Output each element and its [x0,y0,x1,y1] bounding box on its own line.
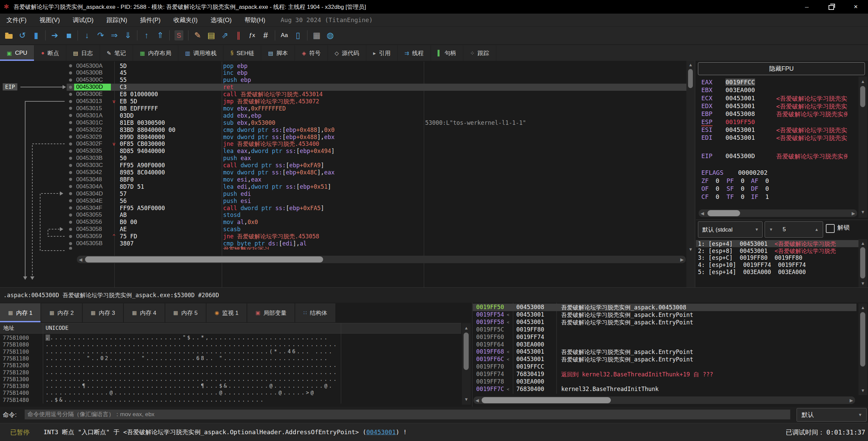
breakpoint-cell[interactable] [67,235,74,238]
tab-dump2[interactable]: ▦内存 2 [41,303,82,322]
scroll-thumb[interactable] [707,210,740,216]
dump-row[interactable]: 775B1080................................… [0,341,461,348]
register-value[interactable]: 00453001 [725,102,755,109]
profile-dropdown[interactable]: 默认 ▼ [797,408,867,422]
unlock-checkbox[interactable] [826,224,835,233]
disasm-row[interactable]: 0045300B45inc ebp [67,69,686,77]
dump-row[interactable]: 775B1380........¶.......................… [0,383,461,390]
stack-row[interactable]: 0019FF64003EA000 [473,341,856,349]
stack-row[interactable]: 0019FF6C<00453001吾爱破解论坛学习脱壳实例_aspack.Ent… [473,356,856,363]
scroll-up-arrow[interactable]: ▲ [858,305,867,310]
check-updates-button[interactable]: ◍ [324,29,336,42]
stack-row[interactable]: 0019FF78003EA000 [473,378,856,386]
argument-row[interactable]: 3: [esp+C] 0019FF80 0019FF80 [696,254,858,261]
stack-hscrollbar[interactable]: ◀ ▶ [473,396,855,404]
menu-item-plugins[interactable]: 插件(P) [134,14,167,26]
tab-log[interactable]: ▤日志 [66,45,100,61]
argument-row[interactable]: 2: [esp+8] 00453001 <吾爱破解论坛学习脱壳 [696,247,858,254]
arg-count-stepper[interactable]: ▼ 5 ▲ [765,221,823,238]
memory-dump-panel[interactable]: ▦内存 1▦内存 2▦内存 3▦内存 4▦内存 5◉监视 1▣局部变量∷结构体 … [0,303,472,407]
register-value[interactable]: 00453001 [725,126,755,133]
scroll-up-arrow[interactable]: ▲ [462,325,471,330]
step-into-button[interactable]: ↓ [81,29,93,42]
breakpoint-cell[interactable] [67,71,74,74]
dump-row[interactable]: 775B1000.............................."$… [0,335,461,341]
menu-item-trace[interactable]: 跟踪(N) [100,14,134,26]
scroll-down-arrow[interactable]: ▼ [686,247,695,252]
disasm-row[interactable]: 00453058AEscasb [67,226,686,233]
tab-memory-map[interactable]: ▦内存布局 [133,45,178,61]
tab-dump3[interactable]: ▦内存 3 [83,303,124,322]
tab-seh-chain[interactable]: §SEH链 [223,45,261,61]
tab-symbols[interactable]: ◈符号 [295,45,328,61]
highlight-button[interactable]: ⇗ [219,29,231,42]
breakpoint-cell[interactable] [67,185,74,188]
tab-threads[interactable]: ⇉线程 [398,45,431,61]
disasm-row[interactable]: 0045305B3807cmp byte ptr ds:[edi],al [67,240,686,247]
disassembly-view[interactable]: EIP 0045300A5Dpop ebp0045300B45inc ebp00… [0,61,695,287]
tab-breakpoints[interactable]: ●断点 [34,45,66,61]
step-over-button[interactable]: ↷ [95,29,107,42]
disasm-row[interactable]: 0045300C55push ebp [67,77,686,84]
breakpoint-cell[interactable] [67,199,74,202]
breakpoint-cell[interactable] [67,228,74,231]
calculator-button[interactable]: ▦ [311,29,323,42]
breakpoint-cell[interactable] [67,192,74,195]
breakpoint-cell[interactable] [67,206,74,209]
scroll-down-arrow[interactable]: ▼ [858,388,867,393]
breakpoint-cell[interactable] [67,86,74,89]
register-value[interactable]: 00453008 [725,110,755,117]
preferences-font-button[interactable]: Aa [278,29,290,42]
flag-value[interactable]: 1 [765,193,769,200]
argument-row[interactable]: 5: [esp+14] 003EA000 003EA000 [696,269,858,276]
breakpoint-cell[interactable] [67,164,74,167]
disasm-row[interactable]: 0045300A5Dpop ebp [67,62,686,69]
register-row-edx[interactable]: EDX00453001<吾爱破解论坛学习脱壳实例 [696,102,858,110]
trace-record-button[interactable]: ⇑ [154,29,166,42]
scroll-left-arrow[interactable]: ◀ [474,396,480,404]
stepper-up-icon[interactable]: ▲ [815,227,819,232]
breakpoint-cell[interactable] [67,150,74,153]
minimize-button[interactable]: ─ [795,0,819,14]
tab-dump4[interactable]: ▦内存 4 [124,303,165,322]
convention-dropdown[interactable]: 默认 (stdcal ▼ [698,221,763,238]
scroll-left-arrow[interactable]: ◀ [78,256,84,263]
scroll-thumb[interactable] [860,86,865,107]
dump-row[interactable]: 775B1300................................… [0,376,461,383]
disasm-row[interactable]: 00453059^75 FDjne 吾爱破解论坛学习脱壳.453058 [67,233,686,240]
dump-row[interactable]: 775B1400..............@.................… [0,390,461,396]
tab-script[interactable]: ▤脚本 [261,45,295,61]
disasm-row[interactable]: 004530428985 8C040000mov dword ptr ss:[e… [67,169,686,176]
argument-row[interactable]: 1: [esp+4] 00453001 <吾爱破解论坛学习脱壳 [696,240,858,247]
stack-row[interactable]: 0019FF700019FFCC [473,363,856,371]
breakpoint-cell[interactable] [67,178,74,181]
stack-row[interactable]: 0019FF7476830419返回到 kernel32.BaseThreadI… [473,371,856,378]
step-out-button[interactable]: ↑ [140,29,153,42]
stepper-down-icon[interactable]: ▼ [769,227,773,232]
scroll-right-arrow[interactable]: ▶ [850,209,856,217]
register-row-esi[interactable]: ESI00453001<吾爱破解论坛学习脱壳实例 [696,126,858,134]
dump-row[interactable]: 775B1200................................… [0,362,461,369]
registers-vscrollbar[interactable]: ▲ ▼ [858,77,867,218]
breakpoint-cell[interactable] [67,157,74,160]
disasm-row[interactable]: 00453056B0 00mov al,0x0 [67,219,686,226]
tab-handles[interactable]: ▌句柄 [431,45,463,61]
scroll-thumb[interactable] [482,397,611,403]
register-value[interactable]: 00453001 [725,134,755,141]
scroll-thumb[interactable] [860,247,865,278]
breakpoint-cell[interactable] [67,100,74,103]
breakpoint-cell[interactable] [67,142,74,146]
dump-row[interactable]: 775B1480..$&............................… [0,397,461,404]
breakpoint-cell[interactable] [67,221,74,224]
scroll-up-arrow[interactable]: ▲ [686,62,695,67]
register-row-ecx[interactable]: ECX00453001<吾爱破解论坛学习脱壳实例 [696,95,858,102]
register-row-edi[interactable]: EDI00453001<吾爱破解论坛学习脱壳实例 [696,134,858,142]
scroll-right-arrow[interactable]: ▶ [679,256,685,263]
tab-dump1[interactable]: ▦内存 1 [0,303,41,322]
disasm-row[interactable]: 00453055ABstosd [67,211,686,219]
scroll-down-arrow[interactable]: ▼ [462,396,471,402]
tab-source[interactable]: ◇源代码 [328,45,366,61]
scroll-thumb[interactable] [464,333,469,370]
menu-item-options[interactable]: 选项(O) [204,14,238,26]
disasm-row[interactable]: 0045303CFF95 A90F0000call dword ptr ss:[… [67,162,686,169]
